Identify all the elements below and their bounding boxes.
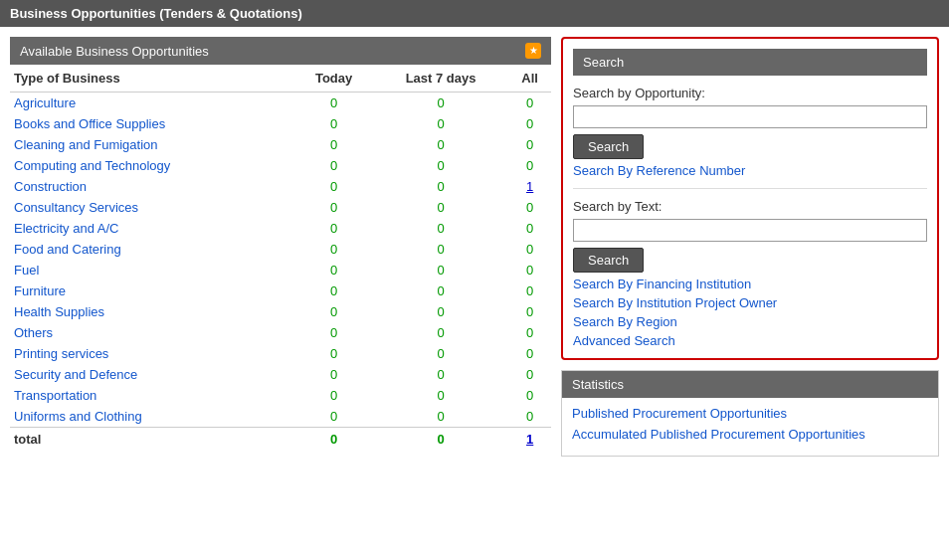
business-type-link[interactable]: Others	[14, 325, 53, 340]
left-panel: Available Business Opportunities ★ Type …	[10, 37, 551, 450]
business-type-link[interactable]: Health Supplies	[14, 304, 104, 319]
cell-last7: 0	[373, 385, 509, 406]
cell-today: 0	[294, 260, 373, 280]
cell-all: 0	[508, 385, 551, 406]
col-header-all: All	[508, 65, 551, 93]
cell-all: 0	[508, 406, 551, 428]
right-panel: Search Search by Opportunity: Search Sea…	[561, 37, 939, 457]
total-today: 0	[294, 428, 373, 451]
cell-today: 0	[294, 322, 373, 343]
cell-today: 0	[294, 239, 373, 260]
region-link[interactable]: Search By Region	[573, 314, 927, 329]
table-body: Agriculture000Books and Office Supplies0…	[10, 93, 551, 451]
stats-link-2[interactable]: Accumulated Published Procurement Opport…	[572, 427, 928, 442]
cell-all: 0	[508, 239, 551, 260]
cell-today: 0	[294, 364, 373, 385]
business-type-link[interactable]: Consultancy Services	[14, 200, 138, 215]
cell-last7: 0	[373, 218, 509, 239]
cell-all: 0	[508, 93, 551, 114]
table-row: Fuel000	[10, 260, 551, 280]
cell-today: 0	[294, 155, 373, 176]
table-header-row: Type of Business Today Last 7 days All	[10, 65, 551, 93]
table-row: Furniture000	[10, 280, 551, 301]
business-type-link[interactable]: Books and Office Supplies	[14, 116, 165, 131]
statistics-title: Statistics	[572, 377, 624, 392]
table-total-row: total001	[10, 428, 551, 451]
business-type-link[interactable]: Agriculture	[14, 95, 76, 110]
table-row: Security and Defence000	[10, 364, 551, 385]
stats-link-1[interactable]: Published Procurement Opportunities	[572, 406, 928, 421]
business-type-link[interactable]: Uniforms and Clothing	[14, 409, 142, 424]
total-all: 1	[508, 428, 551, 451]
cell-today: 0	[294, 176, 373, 197]
search-by-opportunity-label: Search by Opportunity:	[573, 86, 927, 100]
business-type-link[interactable]: Furniture	[14, 283, 66, 298]
table-row: Others000	[10, 322, 551, 343]
table-row: Electricity and A/C000	[10, 218, 551, 239]
business-type-link[interactable]: Electricity and A/C	[14, 221, 119, 236]
financing-link[interactable]: Search By Financing Institution	[573, 277, 927, 291]
table-row: Cleaning and Fumigation000	[10, 134, 551, 155]
cell-all: 0	[508, 113, 551, 134]
business-type-link[interactable]: Computing and Technology	[14, 158, 170, 173]
cell-today: 0	[294, 406, 373, 428]
advanced-link[interactable]: Advanced Search	[573, 333, 927, 348]
left-section-title: Available Business Opportunities	[20, 44, 209, 59]
search-by-text-label: Search by Text:	[573, 199, 927, 214]
cell-last7: 0	[373, 113, 509, 134]
cell-today: 0	[294, 280, 373, 301]
search-header-title: Search	[583, 55, 624, 70]
divider-1	[573, 188, 927, 189]
search-by-opportunity-input[interactable]	[573, 105, 927, 128]
cell-all: 1	[508, 176, 551, 197]
col-header-type: Type of Business	[10, 65, 294, 93]
col-header-last7: Last 7 days	[373, 65, 509, 93]
title-text: Business Opportunities (Tenders & Quotat…	[10, 6, 302, 21]
cell-all: 0	[508, 280, 551, 301]
cell-all: 0	[508, 260, 551, 280]
search-btn-2[interactable]: Search	[573, 248, 644, 273]
table-row: Books and Office Supplies000	[10, 113, 551, 134]
total-all-link[interactable]: 1	[526, 432, 533, 447]
cell-all: 0	[508, 343, 551, 364]
rss-icon[interactable]: ★	[525, 43, 541, 59]
statistics-content: Published Procurement Opportunities Accu…	[562, 398, 938, 456]
business-table: Type of Business Today Last 7 days All A…	[10, 65, 551, 450]
cell-today: 0	[294, 343, 373, 364]
cell-today: 0	[294, 93, 373, 114]
table-row: Health Supplies000	[10, 301, 551, 322]
business-type-link[interactable]: Printing services	[14, 346, 108, 361]
institution-link[interactable]: Search By Institution Project Owner	[573, 295, 927, 310]
cell-all: 0	[508, 364, 551, 385]
cell-all: 0	[508, 218, 551, 239]
business-type-link[interactable]: Security and Defence	[14, 367, 137, 382]
cell-last7: 0	[373, 239, 509, 260]
business-type-link[interactable]: Fuel	[14, 263, 39, 278]
cell-last7: 0	[373, 93, 509, 114]
cell-today: 0	[294, 134, 373, 155]
business-type-link[interactable]: Cleaning and Fumigation	[14, 137, 158, 152]
cell-all: 0	[508, 134, 551, 155]
cell-last7: 0	[373, 155, 509, 176]
all-count-link[interactable]: 1	[526, 179, 533, 194]
cell-all: 0	[508, 322, 551, 343]
ref-number-link[interactable]: Search By Reference Number	[573, 163, 927, 178]
cell-today: 0	[294, 113, 373, 134]
cell-last7: 0	[373, 176, 509, 197]
table-row: Printing services000	[10, 343, 551, 364]
cell-last7: 0	[373, 406, 509, 428]
cell-last7: 0	[373, 322, 509, 343]
cell-last7: 0	[373, 197, 509, 218]
cell-last7: 0	[373, 280, 509, 301]
cell-today: 0	[294, 197, 373, 218]
search-box: Search Search by Opportunity: Search Sea…	[561, 37, 939, 360]
search-btn-1[interactable]: Search	[573, 134, 644, 159]
cell-last7: 0	[373, 260, 509, 280]
search-by-text-input[interactable]	[573, 219, 927, 242]
business-type-link[interactable]: Construction	[14, 179, 87, 194]
cell-all: 0	[508, 301, 551, 322]
cell-all: 0	[508, 155, 551, 176]
cell-today: 0	[294, 218, 373, 239]
business-type-link[interactable]: Food and Catering	[14, 242, 121, 257]
business-type-link[interactable]: Transportation	[14, 388, 96, 403]
